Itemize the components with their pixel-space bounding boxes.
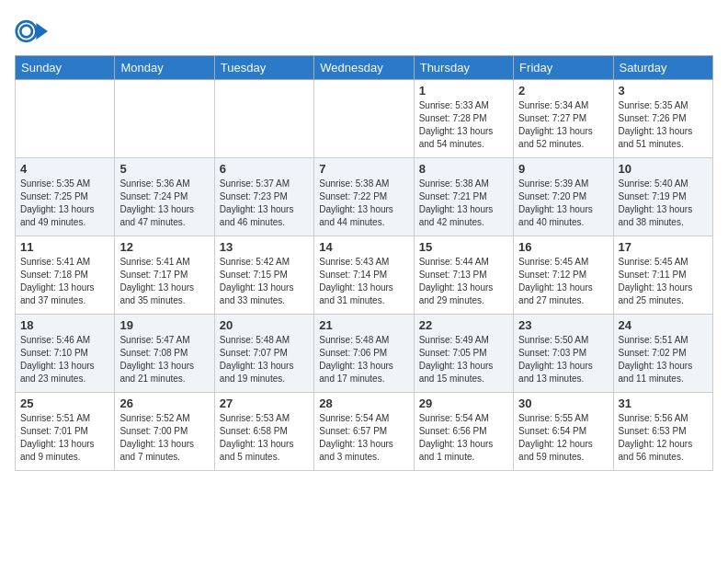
calendar-day-cell [115,80,214,158]
day-info: Sunrise: 5:54 AMSunset: 6:57 PMDaylight:… [319,412,408,464]
calendar-day-cell: 17Sunrise: 5:45 AMSunset: 7:11 PMDayligh… [613,236,712,315]
day-number: 24 [619,318,708,332]
calendar-day-cell: 3Sunrise: 5:35 AMSunset: 7:26 PMDaylight… [613,80,712,158]
calendar-day-cell: 6Sunrise: 5:37 AMSunset: 7:23 PMDaylight… [214,158,313,236]
calendar-day-cell: 21Sunrise: 5:48 AMSunset: 7:06 PMDayligh… [314,315,414,393]
day-info: Sunrise: 5:48 AMSunset: 7:07 PMDaylight:… [220,334,309,385]
calendar-day-cell: 8Sunrise: 5:38 AMSunset: 7:21 PMDaylight… [414,158,513,236]
day-number: 6 [220,162,309,176]
calendar-week-row: 25Sunrise: 5:51 AMSunset: 7:01 PMDayligh… [16,393,713,471]
weekday-header: Tuesday [214,56,313,80]
day-info: Sunrise: 5:37 AMSunset: 7:23 PMDaylight:… [220,178,309,229]
weekday-header: Saturday [613,56,712,80]
day-info: Sunrise: 5:55 AMSunset: 6:54 PMDaylight:… [518,412,608,464]
calendar-day-cell: 22Sunrise: 5:49 AMSunset: 7:05 PMDayligh… [414,315,513,393]
calendar-day-cell: 29Sunrise: 5:54 AMSunset: 6:56 PMDayligh… [414,393,513,471]
day-info: Sunrise: 5:56 AMSunset: 6:53 PMDaylight:… [619,412,708,464]
day-info: Sunrise: 5:44 AMSunset: 7:13 PMDaylight:… [419,256,508,307]
weekday-header: Wednesday [314,56,414,80]
calendar-day-cell: 28Sunrise: 5:54 AMSunset: 6:57 PMDayligh… [314,393,414,471]
day-number: 18 [20,318,109,332]
day-number: 2 [518,84,608,98]
day-number: 26 [119,396,209,410]
day-info: Sunrise: 5:35 AMSunset: 7:25 PMDaylight:… [20,178,109,229]
day-info: Sunrise: 5:48 AMSunset: 7:06 PMDaylight:… [319,334,408,385]
day-number: 27 [220,396,309,410]
calendar-day-cell: 14Sunrise: 5:43 AMSunset: 7:14 PMDayligh… [314,236,414,315]
day-info: Sunrise: 5:54 AMSunset: 6:56 PMDaylight:… [419,412,508,464]
day-number: 19 [119,318,209,332]
calendar-day-cell: 1Sunrise: 5:33 AMSunset: 7:28 PMDaylight… [414,80,513,158]
calendar-week-row: 18Sunrise: 5:46 AMSunset: 7:10 PMDayligh… [16,315,713,393]
calendar-day-cell: 13Sunrise: 5:42 AMSunset: 7:15 PMDayligh… [214,236,313,315]
day-number: 1 [419,84,508,98]
calendar-week-row: 4Sunrise: 5:35 AMSunset: 7:25 PMDaylight… [16,158,713,236]
day-info: Sunrise: 5:42 AMSunset: 7:15 PMDaylight:… [220,256,309,307]
day-info: Sunrise: 5:53 AMSunset: 6:58 PMDaylight:… [220,412,309,464]
calendar-header-row: SundayMondayTuesdayWednesdayThursdayFrid… [16,56,713,80]
day-info: Sunrise: 5:49 AMSunset: 7:05 PMDaylight:… [419,334,508,385]
calendar-day-cell: 11Sunrise: 5:41 AMSunset: 7:18 PMDayligh… [16,236,115,315]
day-info: Sunrise: 5:45 AMSunset: 7:12 PMDaylight:… [518,256,608,307]
calendar-day-cell: 25Sunrise: 5:51 AMSunset: 7:01 PMDayligh… [16,393,115,471]
day-info: Sunrise: 5:38 AMSunset: 7:22 PMDaylight:… [319,178,408,229]
calendar-day-cell: 2Sunrise: 5:34 AMSunset: 7:27 PMDaylight… [514,80,613,158]
day-info: Sunrise: 5:35 AMSunset: 7:26 PMDaylight:… [619,99,708,151]
calendar-day-cell: 24Sunrise: 5:51 AMSunset: 7:02 PMDayligh… [613,315,712,393]
day-number: 13 [220,240,309,254]
page-header [15,15,713,48]
day-info: Sunrise: 5:46 AMSunset: 7:10 PMDaylight:… [20,334,109,385]
calendar-day-cell: 26Sunrise: 5:52 AMSunset: 7:00 PMDayligh… [115,393,214,471]
day-number: 4 [20,162,109,176]
day-number: 23 [518,318,608,332]
calendar-day-cell [314,80,414,158]
day-number: 29 [419,396,508,410]
day-number: 31 [619,396,708,410]
weekday-header: Sunday [16,56,115,80]
day-number: 16 [518,240,608,254]
day-number: 20 [220,318,309,332]
day-info: Sunrise: 5:41 AMSunset: 7:18 PMDaylight:… [20,256,109,307]
day-info: Sunrise: 5:52 AMSunset: 7:00 PMDaylight:… [119,412,209,464]
day-info: Sunrise: 5:43 AMSunset: 7:14 PMDaylight:… [319,256,408,307]
logo-icon [15,15,48,48]
day-info: Sunrise: 5:51 AMSunset: 7:01 PMDaylight:… [20,412,109,464]
calendar-day-cell: 20Sunrise: 5:48 AMSunset: 7:07 PMDayligh… [214,315,313,393]
calendar-day-cell: 27Sunrise: 5:53 AMSunset: 6:58 PMDayligh… [214,393,313,471]
day-info: Sunrise: 5:34 AMSunset: 7:27 PMDaylight:… [518,99,608,151]
calendar-table: SundayMondayTuesdayWednesdayThursdayFrid… [15,55,713,471]
day-number: 10 [619,162,708,176]
calendar-day-cell: 18Sunrise: 5:46 AMSunset: 7:10 PMDayligh… [16,315,115,393]
svg-marker-2 [36,23,48,40]
svg-point-1 [20,26,32,38]
calendar-day-cell: 12Sunrise: 5:41 AMSunset: 7:17 PMDayligh… [115,236,214,315]
day-info: Sunrise: 5:38 AMSunset: 7:21 PMDaylight:… [419,178,508,229]
calendar-day-cell: 4Sunrise: 5:35 AMSunset: 7:25 PMDaylight… [16,158,115,236]
day-info: Sunrise: 5:36 AMSunset: 7:24 PMDaylight:… [119,178,209,229]
calendar-day-cell: 9Sunrise: 5:39 AMSunset: 7:20 PMDaylight… [514,158,613,236]
weekday-header: Friday [514,56,613,80]
day-info: Sunrise: 5:45 AMSunset: 7:11 PMDaylight:… [619,256,708,307]
day-info: Sunrise: 5:33 AMSunset: 7:28 PMDaylight:… [419,99,508,151]
calendar-day-cell: 16Sunrise: 5:45 AMSunset: 7:12 PMDayligh… [514,236,613,315]
day-number: 30 [518,396,608,410]
day-number: 5 [119,162,209,176]
calendar-day-cell: 23Sunrise: 5:50 AMSunset: 7:03 PMDayligh… [514,315,613,393]
calendar-day-cell: 15Sunrise: 5:44 AMSunset: 7:13 PMDayligh… [414,236,513,315]
day-number: 28 [319,396,408,410]
calendar-day-cell: 5Sunrise: 5:36 AMSunset: 7:24 PMDaylight… [115,158,214,236]
day-number: 14 [319,240,408,254]
day-number: 17 [619,240,708,254]
day-number: 3 [619,84,708,98]
day-number: 8 [419,162,508,176]
day-info: Sunrise: 5:51 AMSunset: 7:02 PMDaylight:… [619,334,708,385]
day-number: 22 [419,318,508,332]
calendar-day-cell [16,80,115,158]
day-number: 21 [319,318,408,332]
day-number: 12 [119,240,209,254]
day-info: Sunrise: 5:40 AMSunset: 7:19 PMDaylight:… [619,178,708,229]
day-number: 7 [319,162,408,176]
calendar-day-cell: 30Sunrise: 5:55 AMSunset: 6:54 PMDayligh… [514,393,613,471]
calendar-day-cell [214,80,313,158]
calendar-day-cell: 31Sunrise: 5:56 AMSunset: 6:53 PMDayligh… [613,393,712,471]
